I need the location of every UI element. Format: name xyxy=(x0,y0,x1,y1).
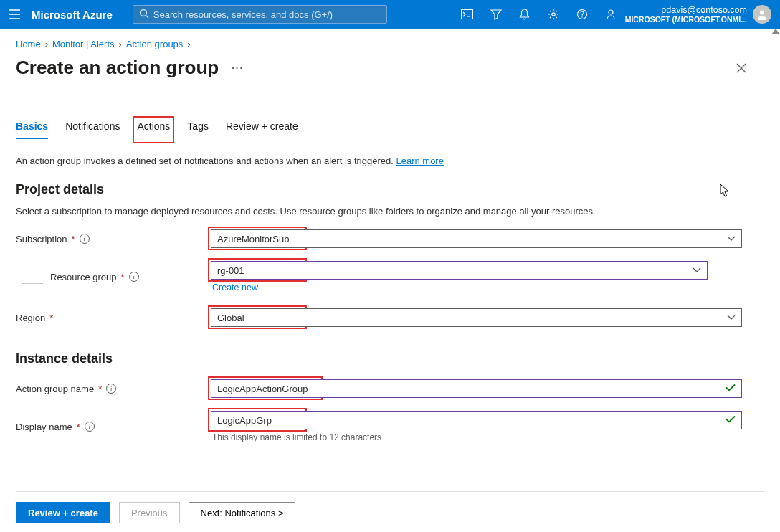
svg-rect-2 xyxy=(462,10,473,19)
feedback-icon[interactable] xyxy=(596,0,625,29)
subscription-label: Subscription xyxy=(16,234,67,244)
action-group-name-label: Action group name xyxy=(16,384,94,394)
breadcrumb-monitor-alerts[interactable]: Monitor | Alerts xyxy=(52,39,114,49)
resource-group-dropdown[interactable]: rg-001 xyxy=(211,261,708,280)
project-details-heading: Project details xyxy=(16,182,771,197)
scrollbar-up-arrow-icon[interactable] xyxy=(771,29,780,34)
previous-button[interactable]: Previous xyxy=(119,502,180,523)
tab-notifications[interactable]: Notifications xyxy=(65,120,120,139)
svg-line-1 xyxy=(146,15,148,18)
instance-details-heading: Instance details xyxy=(16,351,771,366)
valid-checkmark-icon xyxy=(726,415,736,426)
azure-topbar: Microsoft Azure pdavis@contoso.com MICR xyxy=(0,0,780,29)
breadcrumb: Home › Monitor | Alerts › Action groups … xyxy=(16,39,771,49)
chevron-down-icon xyxy=(727,236,736,242)
subscription-dropdown[interactable]: AzureMonitorSub xyxy=(211,229,742,248)
subscription-value: AzureMonitorSub xyxy=(217,234,289,244)
required-asterisk-icon: * xyxy=(72,234,75,244)
display-name-value: LogicAppGrp xyxy=(217,415,272,426)
required-asterisk-icon: * xyxy=(77,422,80,432)
global-search-box[interactable] xyxy=(133,5,387,24)
breadcrumb-action-groups[interactable]: Action groups xyxy=(126,39,184,49)
valid-checkmark-icon xyxy=(726,384,736,394)
breadcrumb-home[interactable]: Home xyxy=(16,39,41,49)
tree-branch-icon xyxy=(22,270,43,284)
avatar xyxy=(753,5,771,24)
project-details-desc: Select a subscription to manage deployed… xyxy=(16,206,771,217)
notifications-bell-icon[interactable] xyxy=(510,0,539,29)
settings-gear-icon[interactable] xyxy=(539,0,568,29)
required-asterisk-icon: * xyxy=(121,272,125,282)
account-menu[interactable]: pdavis@contoso.com MICROSOFT (MICROSOFT.… xyxy=(625,5,774,24)
info-icon[interactable]: i xyxy=(85,422,95,432)
chevron-right-icon: › xyxy=(45,39,48,49)
help-icon[interactable] xyxy=(568,0,596,29)
svg-point-5 xyxy=(581,16,582,17)
review-create-button[interactable]: Review + create xyxy=(16,502,110,523)
tab-review-create[interactable]: Review + create xyxy=(226,120,298,139)
next-button[interactable]: Next: Notifications > xyxy=(189,502,296,523)
svg-point-7 xyxy=(760,11,764,15)
tab-tags[interactable]: Tags xyxy=(187,120,209,139)
svg-point-0 xyxy=(140,9,146,16)
description-text: An action group invokes a defined set of… xyxy=(16,156,396,166)
region-dropdown[interactable]: Global xyxy=(211,308,742,327)
info-icon[interactable]: i xyxy=(106,384,116,394)
chevron-right-icon: › xyxy=(187,39,190,49)
chevron-right-icon: › xyxy=(119,39,122,49)
close-blade-button[interactable] xyxy=(731,58,751,78)
account-tenant: MICROSOFT (MICROSOFT.ONMI... xyxy=(625,15,747,24)
wizard-footer: Review + create Previous Next: Notificat… xyxy=(16,491,764,523)
page-description: An action group invokes a defined set of… xyxy=(16,156,771,166)
wizard-tabs: Basics Notifications Actions Tags Review… xyxy=(16,120,771,140)
required-asterisk-icon: * xyxy=(49,313,53,323)
chevron-down-icon xyxy=(727,315,736,320)
account-email: pdavis@contoso.com xyxy=(625,5,747,15)
resource-group-label: Resource group xyxy=(50,272,117,282)
action-group-name-value: LogicAppActionGroup xyxy=(217,384,308,394)
topbar-icon-group: pdavis@contoso.com MICROSOFT (MICROSOFT.… xyxy=(453,0,774,29)
chevron-down-icon xyxy=(693,267,701,273)
resource-group-value: rg-001 xyxy=(217,265,244,276)
cloud-shell-icon[interactable] xyxy=(453,0,482,29)
action-group-name-input[interactable]: LogicAppActionGroup xyxy=(211,379,742,398)
page-title: Create an action group xyxy=(16,57,219,79)
directories-filter-icon[interactable] xyxy=(482,0,510,29)
display-name-input[interactable]: LogicAppGrp xyxy=(211,411,742,429)
region-value: Global xyxy=(217,313,244,323)
title-more-menu[interactable]: ··· xyxy=(232,62,244,73)
display-name-label: Display name xyxy=(16,422,72,432)
tab-actions[interactable]: Actions xyxy=(137,120,170,139)
learn-more-link[interactable]: Learn more xyxy=(396,156,443,166)
info-icon[interactable]: i xyxy=(129,272,139,282)
display-name-helper: This display name is limited to 12 chara… xyxy=(212,432,742,442)
tab-basics[interactable]: Basics xyxy=(16,120,48,139)
create-new-rg-link[interactable]: Create new xyxy=(212,282,708,293)
global-search-input[interactable] xyxy=(153,9,381,20)
search-icon xyxy=(139,9,149,21)
brand-label[interactable]: Microsoft Azure xyxy=(32,9,113,21)
info-icon[interactable]: i xyxy=(80,234,90,244)
svg-point-3 xyxy=(551,13,554,16)
region-label: Region xyxy=(16,313,45,323)
page-content: Home › Monitor | Alerts › Action groups … xyxy=(0,29,771,532)
hamburger-menu-button[interactable] xyxy=(0,0,29,29)
svg-point-6 xyxy=(609,10,613,14)
required-asterisk-icon: * xyxy=(98,384,102,394)
